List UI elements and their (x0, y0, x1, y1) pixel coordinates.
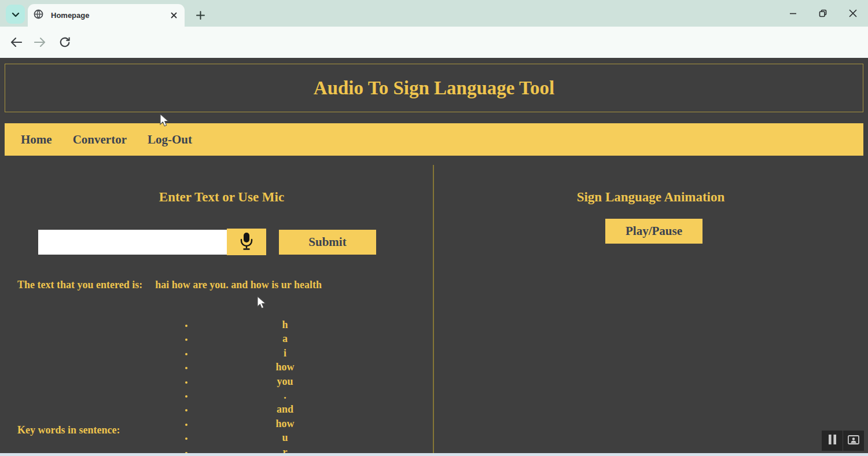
close-window-button[interactable] (838, 0, 868, 27)
restore-button[interactable] (808, 0, 838, 27)
media-control-overlay (822, 431, 864, 451)
globe-favicon-icon (34, 9, 43, 21)
keyword-item: . (194, 388, 376, 402)
nav-link-home[interactable]: Home (21, 133, 52, 147)
picture-in-picture-button[interactable] (843, 431, 864, 451)
tab-close-icon[interactable] (168, 10, 179, 21)
back-button[interactable] (8, 34, 24, 50)
page-content: Audio To Sign Language Tool Home Convert… (0, 58, 868, 453)
keywords-label: Key words in sentence: (17, 424, 120, 436)
page-title: Audio To Sign Language Tool (314, 78, 554, 99)
keyword-item: h (194, 318, 376, 332)
minimize-button[interactable] (778, 0, 808, 27)
nav-link-logout[interactable]: Log-Out (148, 133, 192, 147)
chevron-down-icon (12, 9, 20, 20)
microphone-icon (239, 232, 254, 252)
entered-text-label: The text that you entered is: (17, 279, 142, 290)
tab-title: Homepage (51, 11, 168, 20)
window-controls (778, 0, 868, 27)
keyword-item: you (194, 374, 376, 388)
main-navbar: Home Convertor Log-Out (5, 123, 863, 156)
page-header: Audio To Sign Language Tool (5, 64, 863, 112)
browser-toolbar: 127.0.0.1:8000/animation/ (0, 27, 868, 58)
keyword-item: r (194, 445, 376, 453)
nav-link-convertor[interactable]: Convertor (73, 133, 127, 147)
entered-text-value: hai how are you. and how is ur health (155, 279, 322, 290)
converter-heading: Enter Text or Use Mic (0, 190, 443, 205)
new-tab-button[interactable] (193, 8, 208, 23)
entered-text-row: The text that you entered is:hai how are… (17, 279, 422, 291)
mic-button[interactable] (227, 229, 266, 255)
keyword-item: how (194, 360, 376, 374)
browser-tab-strip: Homepage (0, 0, 868, 27)
keyword-item: u (194, 431, 376, 444)
keyword-item: and (194, 402, 376, 416)
submit-button[interactable]: Submit (279, 230, 376, 255)
pause-icon (828, 435, 837, 447)
window-bottom-edge (0, 453, 868, 456)
pause-media-button[interactable] (822, 431, 843, 451)
keyword-item: i (194, 346, 376, 360)
text-input[interactable] (38, 230, 227, 255)
keyword-item: how (194, 417, 376, 431)
browser-tab-homepage[interactable]: Homepage (28, 4, 185, 27)
picture-in-picture-icon (848, 435, 859, 447)
play-pause-button[interactable]: Play/Pause (605, 219, 703, 244)
reload-button[interactable] (57, 34, 73, 50)
keyword-list: h a i how you . and how u r (194, 318, 376, 453)
keyword-item: a (194, 332, 376, 345)
tab-search-button[interactable] (6, 5, 25, 24)
forward-button[interactable] (32, 34, 48, 50)
column-divider (433, 165, 434, 453)
animation-heading: Sign Language Animation (433, 190, 868, 205)
